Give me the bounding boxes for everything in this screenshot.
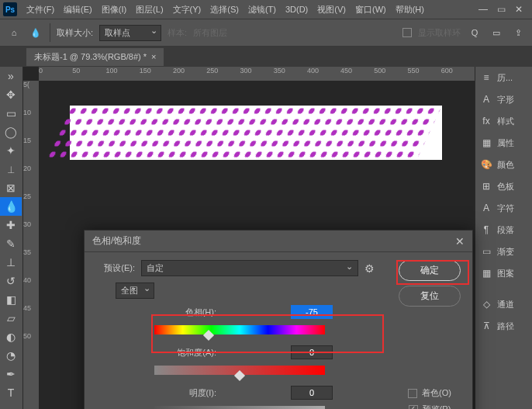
eraser-tool-icon[interactable]: ◧	[0, 290, 22, 309]
brush-tool-icon[interactable]: ✎	[0, 234, 22, 253]
colorize-label: 着色(O)	[422, 387, 451, 399]
paths-icon: ⊼	[480, 320, 492, 332]
menu-help[interactable]: 帮助(H)	[391, 4, 429, 16]
eyedropper-tool-icon[interactable]: 💧	[0, 197, 22, 216]
marquee-tool-icon[interactable]: ▭	[0, 104, 22, 123]
channels-icon: ◇	[480, 298, 492, 310]
panel-gradients[interactable]: ▭渐变	[475, 241, 532, 262]
panels-dock: ≡历... A字形 fx样式 ▦属性 🎨颜色 ⊞色板 A字符 ¶段落 ▭渐变 ▦…	[475, 67, 532, 409]
show-ring-label: 显示取样环	[418, 27, 461, 39]
hue-slider[interactable]	[154, 325, 325, 334]
panel-color[interactable]: 🎨颜色	[475, 154, 532, 175]
menu-edit[interactable]: 编辑(E)	[59, 4, 97, 16]
preview-label: 预览(P)	[423, 404, 451, 409]
range-select[interactable]: 全图	[116, 282, 154, 299]
properties-icon: ▦	[480, 137, 492, 149]
colorize-checkbox[interactable]	[408, 389, 417, 398]
panel-channels[interactable]: ◇通道	[475, 293, 532, 315]
show-ring-checkbox[interactable]	[402, 28, 412, 37]
sat-label: 饱和度(A):	[162, 347, 216, 359]
document-tab[interactable]: 未标题-1 @ 79.3%(RGB/8#) * ×	[26, 48, 164, 66]
preset-select[interactable]: 自定	[141, 260, 358, 276]
panel-character[interactable]: A字符	[475, 197, 532, 219]
sat-slider[interactable]	[154, 366, 325, 375]
canvas[interactable]: 050100150200250300350400450500550600 5(1…	[23, 67, 475, 409]
share-icon[interactable]: ⇪	[510, 25, 526, 40]
home-icon[interactable]: ⌂	[6, 25, 22, 40]
pen-tool-icon[interactable]: ✒	[0, 365, 22, 383]
panel-swatches[interactable]: ⊞色板	[475, 175, 532, 197]
menu-view[interactable]: 视图(V)	[313, 4, 351, 16]
character-icon: A	[480, 202, 492, 214]
menu-layer[interactable]: 图层(L)	[131, 4, 168, 16]
toggle-icon[interactable]: »	[0, 67, 22, 85]
canvas-artwork	[70, 106, 442, 160]
menu-3d[interactable]: 3D(D)	[281, 5, 313, 14]
preset-gear-icon[interactable]: ⚙	[364, 262, 375, 275]
preview-checkbox[interactable]	[409, 405, 418, 410]
ruler-horizontal: 050100150200250300350400450500550600	[39, 67, 475, 81]
dodge-tool-icon[interactable]: ◔	[0, 346, 22, 365]
options-bar: ⌂ 💧 取样大小: 取样点 样本: 所有图层 显示取样环 Q ▭ ⇪	[0, 19, 532, 47]
type-tool-icon[interactable]: T	[0, 383, 22, 402]
search-icon[interactable]: Q	[467, 25, 482, 40]
panel-styles[interactable]: fx样式	[475, 110, 532, 132]
eyedropper-icon[interactable]: 💧	[28, 25, 43, 40]
sample-label: 样本:	[168, 27, 187, 39]
window-minimize-icon[interactable]: —	[478, 4, 488, 15]
wand-tool-icon[interactable]: ✦	[0, 141, 22, 160]
color-icon: 🎨	[480, 158, 492, 171]
history-icon: ≡	[480, 71, 492, 84]
menu-type[interactable]: 文字(Y)	[168, 4, 206, 16]
window-restore-icon[interactable]: ▭	[497, 4, 506, 15]
panel-history[interactable]: ≡历...	[475, 67, 532, 88]
history-brush-icon[interactable]: ↺	[0, 272, 22, 290]
crop-tool-icon[interactable]: ⟂	[0, 160, 22, 179]
gradients-icon: ▭	[480, 245, 492, 258]
panel-properties[interactable]: ▦属性	[475, 132, 532, 154]
document-tab-label: 未标题-1 @ 79.3%(RGB/8#) *	[34, 51, 147, 63]
menu-select[interactable]: 选择(S)	[206, 4, 244, 16]
sat-input[interactable]: 0	[291, 345, 333, 359]
swatches-icon: ⊞	[480, 180, 492, 192]
workspace-icon[interactable]: ▭	[489, 25, 504, 40]
menu-window[interactable]: 窗口(W)	[351, 4, 391, 16]
heal-tool-icon[interactable]: ✚	[0, 216, 22, 234]
reset-button[interactable]: 复位	[399, 286, 461, 307]
document-tabs: 未标题-1 @ 79.3%(RGB/8#) * ×	[0, 47, 532, 67]
gradient-tool-icon[interactable]: ▱	[0, 309, 22, 328]
sample-size-select[interactable]: 取样点	[99, 25, 161, 41]
preset-label: 预设(E):	[92, 262, 135, 274]
ok-button[interactable]: 确定	[399, 260, 461, 281]
tools-panel: » ✥ ▭ ◯ ✦ ⟂ ⊠ 💧 ✚ ✎ ⊥ ↺ ◧ ▱ ◐ ◔ ✒ T	[0, 67, 23, 409]
window-close-icon[interactable]: ✕	[515, 4, 523, 15]
panel-patterns[interactable]: ▦图案	[475, 262, 532, 284]
close-tab-icon[interactable]: ×	[151, 52, 156, 61]
light-label: 明度(I):	[162, 387, 216, 399]
light-input[interactable]: 0	[291, 386, 333, 400]
menu-file[interactable]: 文件(F)	[22, 4, 59, 16]
stamp-tool-icon[interactable]: ⊥	[0, 253, 22, 272]
frame-tool-icon[interactable]: ⊠	[0, 179, 22, 197]
sample-value: 所有图层	[193, 27, 227, 39]
sample-size-label: 取样大小:	[57, 27, 93, 39]
hue-label: 色相(H):	[162, 307, 216, 318]
blur-tool-icon[interactable]: ◐	[0, 328, 22, 346]
menu-filter[interactable]: 滤镜(T)	[244, 4, 281, 16]
hue-saturation-dialog: 色相/饱和度 ✕ 预设(E): 自定 ⚙ 全图 色相(H):	[84, 230, 473, 409]
patterns-icon: ▦	[480, 267, 492, 279]
dialog-close-icon[interactable]: ✕	[455, 235, 465, 248]
ruler-vertical: 5(101520253035404550	[23, 81, 39, 409]
panel-paths[interactable]: ⊼路径	[475, 315, 532, 337]
paragraph-icon: ¶	[480, 224, 492, 236]
panel-paragraph[interactable]: ¶段落	[475, 219, 532, 241]
light-slider[interactable]	[154, 406, 325, 409]
dialog-title: 色相/饱和度	[92, 234, 141, 248]
menu-image[interactable]: 图像(I)	[97, 4, 131, 16]
title-bar: Ps 文件(F) 编辑(E) 图像(I) 图层(L) 文字(Y) 选择(S) 滤…	[0, 0, 532, 19]
lasso-tool-icon[interactable]: ◯	[0, 123, 22, 141]
panel-glyphs[interactable]: A字形	[475, 88, 532, 110]
hue-input[interactable]: -75	[291, 305, 333, 319]
styles-icon: fx	[480, 115, 492, 127]
move-tool-icon[interactable]: ✥	[0, 85, 22, 104]
